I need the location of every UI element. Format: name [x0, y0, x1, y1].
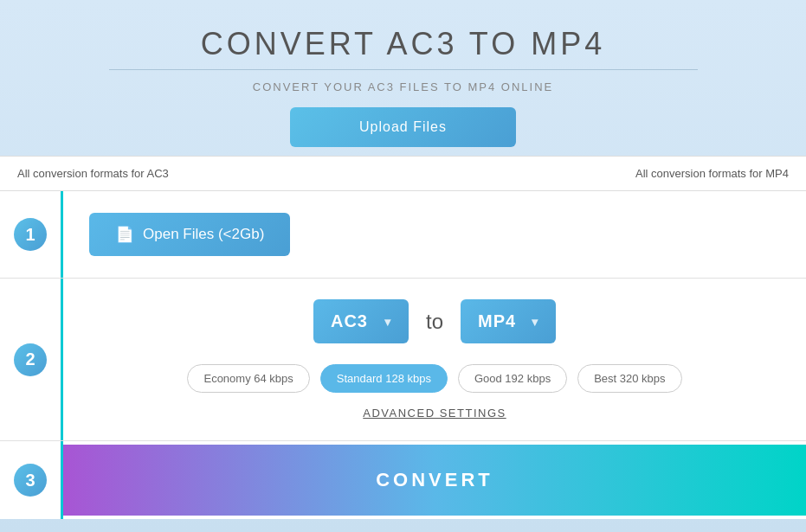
page-title: CONVERT AC3 TO MP4 — [17, 26, 789, 62]
from-format-label: AC3 — [331, 311, 368, 331]
step-3-row: 3 CONVERT — [0, 441, 806, 519]
step-1-circle: 1 — [14, 218, 47, 251]
quality-standard-button[interactable]: Standard 128 kbps — [320, 364, 448, 393]
quality-good-button[interactable]: Good 192 kbps — [458, 364, 567, 393]
step-3-number: 3 — [0, 441, 61, 519]
step-1-body: 📄 Open Files (<2Gb) — [61, 191, 806, 278]
step-1-row: 1 📄 Open Files (<2Gb) — [0, 191, 806, 279]
header-divider — [109, 69, 698, 70]
from-format-dropdown[interactable]: AC3 ▾ — [313, 299, 409, 343]
to-format-dropdown[interactable]: MP4 ▾ — [461, 299, 556, 343]
quality-best-button[interactable]: Best 320 kbps — [577, 364, 681, 393]
advanced-settings-link[interactable]: ADVANCED SETTINGS — [89, 407, 780, 420]
step-1-number: 1 — [0, 191, 61, 278]
format-bar-right[interactable]: All conversion formats for MP4 — [635, 167, 789, 180]
quality-economy-button[interactable]: Economy 64 kbps — [187, 364, 309, 393]
top-upload-button[interactable]: Upload Files — [290, 107, 516, 147]
step-2-row: 2 AC3 ▾ to MP4 ▾ Economy 64 kbps Standar… — [0, 279, 806, 441]
format-selector: AC3 ▾ to MP4 ▾ — [89, 299, 780, 343]
header: CONVERT AC3 TO MP4 CONVERT YOUR AC3 FILE… — [0, 0, 806, 156]
to-format-label: MP4 — [478, 311, 516, 331]
step-3-body: CONVERT — [61, 441, 806, 519]
step-2-number: 2 — [0, 279, 61, 440]
open-files-button[interactable]: 📄 Open Files (<2Gb) — [89, 213, 290, 256]
format-bar: All conversion formats for AC3 All conve… — [0, 156, 806, 191]
step-2-circle: 2 — [14, 343, 47, 376]
to-format-chevron-icon: ▾ — [532, 315, 538, 329]
step-2-body: AC3 ▾ to MP4 ▾ Economy 64 kbps Standard … — [61, 279, 806, 440]
to-label: to — [426, 310, 443, 334]
convert-button[interactable]: CONVERT — [63, 445, 806, 516]
from-format-chevron-icon: ▾ — [384, 315, 391, 329]
quality-options: Economy 64 kbps Standard 128 kbps Good 1… — [89, 364, 780, 393]
step-3-circle: 3 — [14, 464, 47, 497]
open-files-label: Open Files (<2Gb) — [143, 226, 264, 243]
format-bar-left[interactable]: All conversion formats for AC3 — [17, 167, 169, 180]
header-subtitle: CONVERT YOUR AC3 FILES TO MP4 ONLINE — [17, 80, 789, 93]
file-icon: 📄 — [115, 225, 134, 244]
main-content: 1 📄 Open Files (<2Gb) 2 AC3 ▾ to — [0, 191, 806, 519]
